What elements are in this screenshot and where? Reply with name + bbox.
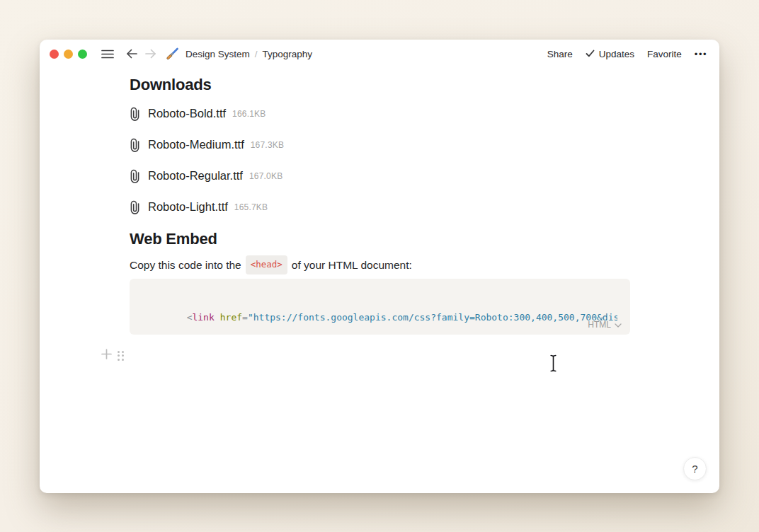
toolbar-actions: Share Updates Favorite ••• [547,49,707,59]
code-token-tag: link [192,312,214,323]
code-block[interactable]: <linkhref="https://fonts.googleapis.com/… [130,279,630,335]
close-window-button[interactable] [50,50,59,59]
paperclip-icon [130,137,140,152]
paperclip-icon [130,106,140,121]
code-token-string: "https://fonts.googleapis.com/css?family… [248,312,617,323]
file-attachment-roboto-medium[interactable]: Roboto-Medium.ttf 167.3KB [130,136,719,153]
add-block-button[interactable] [101,349,112,362]
inline-code-head-tag: <head> [246,255,287,274]
more-options-button[interactable]: ••• [695,49,707,59]
file-attachment-list: Roboto-Bold.ttf 166.1KB Roboto-Medium.tt… [130,105,719,215]
file-name: Roboto-Bold.ttf [148,107,226,120]
breadcrumb-separator: / [255,49,258,59]
paperclip-icon [130,168,140,183]
downloads-heading: Downloads [130,75,719,95]
file-size: 166.1KB [232,108,266,119]
block-gutter [101,349,124,362]
favorite-button[interactable]: Favorite [647,49,682,59]
updates-button[interactable]: Updates [586,49,634,59]
document-body: Downloads Roboto-Bold.ttf 166.1KB Roboto… [40,68,719,335]
file-size: 167.0KB [249,170,283,181]
file-size: 167.3KB [251,139,284,150]
drag-handle-icon[interactable] [118,351,124,361]
app-window: Design System / Typography Share Updates… [40,40,719,493]
file-attachment-roboto-bold[interactable]: Roboto-Bold.ttf 166.1KB [130,105,719,122]
zoom-window-button[interactable] [78,50,87,59]
file-size: 165.7KB [234,201,268,212]
back-arrow-icon[interactable] [126,49,137,59]
breadcrumb-parent[interactable]: Design System [186,49,250,59]
chevron-down-icon [615,320,622,330]
checkmark-icon [586,49,595,59]
paintbrush-icon [166,47,179,61]
text-ibeam-cursor [549,354,558,375]
toolbar: Design System / Typography Share Updates… [40,40,719,68]
breadcrumb-current[interactable]: Typography [263,49,313,59]
window-controls [50,50,87,59]
file-attachment-roboto-light[interactable]: Roboto-Light.ttf 165.7KB [130,198,719,215]
code-token-equals: = [242,312,248,323]
code-language-selector[interactable]: HTML [588,320,622,330]
web-embed-heading: Web Embed [130,229,719,249]
paperclip-icon [130,200,140,214]
share-button[interactable]: Share [547,49,573,59]
minimize-window-button[interactable] [64,50,73,59]
file-name: Roboto-Regular.ttf [148,169,243,183]
help-button[interactable]: ? [683,457,707,480]
sidebar-menu-icon[interactable] [101,50,114,59]
breadcrumb: Design System / Typography [186,49,312,59]
forward-arrow-icon[interactable] [145,49,156,59]
file-name: Roboto-Medium.ttf [148,138,244,151]
file-name: Roboto-Light.ttf [148,200,228,214]
code-line: <linkhref="https://fonts.googleapis.com/… [142,301,617,335]
file-attachment-roboto-regular[interactable]: Roboto-Regular.ttf 167.0KB [130,167,719,184]
embed-instruction: Copy this code into the <head> of your H… [130,255,719,274]
code-token-attr: href [220,312,242,323]
